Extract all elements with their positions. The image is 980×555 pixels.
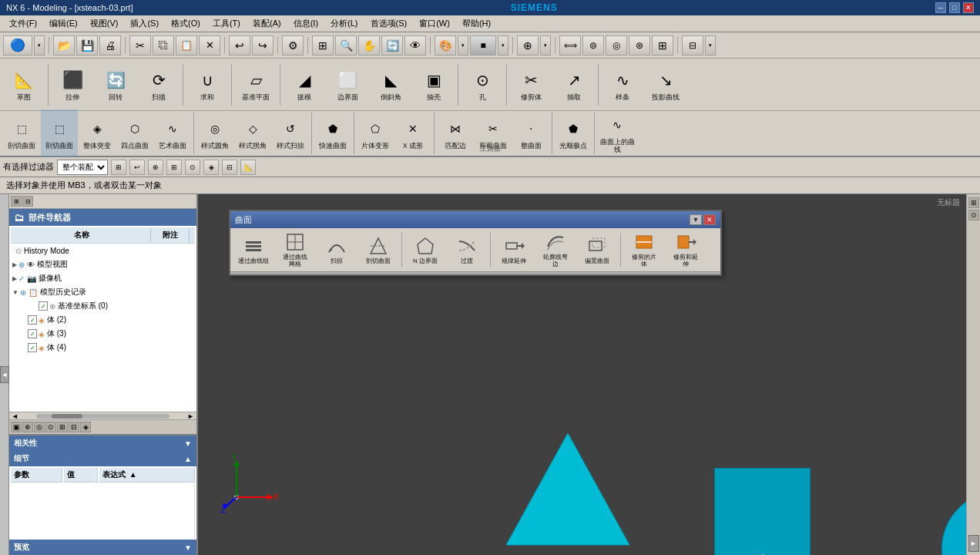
relevance-toggle[interactable]: ▼: [184, 439, 192, 448]
tb3-shimym[interactable]: ◎ 样式圆角: [196, 109, 233, 157]
menu-window[interactable]: 窗口(W): [413, 16, 456, 31]
tb2-kong[interactable]: ⊙ 孔: [461, 61, 503, 109]
tree-row-history-mode[interactable]: ⊙ History Mode: [11, 244, 195, 257]
tb-render-dropdown[interactable]: ▾: [458, 35, 468, 56]
ft-xiujianhe[interactable]: 修剪和延伸: [666, 231, 706, 268]
tb-layer-button[interactable]: ⊟: [682, 35, 703, 56]
tb-layer-dropdown[interactable]: ▾: [705, 35, 716, 56]
ft-pianzhicm[interactable]: 偏置曲面: [577, 231, 617, 268]
tree-row-camera[interactable]: ▶ ✓ 📷 摄像机: [11, 271, 195, 285]
tb-shade-dropdown[interactable]: ▾: [498, 35, 508, 56]
menu-assembly[interactable]: 装配(A): [247, 16, 287, 31]
tb3-pianzhuanbia[interactable]: ⬠ 片体变形: [357, 109, 394, 157]
tb-fit-button[interactable]: ⊞: [312, 35, 334, 56]
tb-measure3-button[interactable]: ◎: [606, 35, 627, 56]
tb-paste-button[interactable]: 📋: [176, 35, 197, 56]
tb2-chutou[interactable]: ↗ 抽取: [553, 61, 595, 109]
tb-render-button[interactable]: 🎨: [435, 35, 456, 56]
tb2-yangmu[interactable]: ∿ 样条: [602, 61, 643, 109]
tb2-qiuhe[interactable]: ∪ 求和: [186, 61, 228, 109]
ft-n-bianyuan[interactable]: N 边界面: [405, 231, 445, 268]
left-sidebar-icon-5[interactable]: ⊞: [57, 422, 68, 432]
left-sidebar-icon-3[interactable]: ◎: [34, 422, 45, 432]
filter-misc2-button[interactable]: ◈: [203, 160, 219, 175]
tb3-zhengcm[interactable]: ⬞ 整曲面: [512, 109, 549, 157]
tree-row-coord[interactable]: ✓ ⊕ 基准坐标系 (0): [11, 299, 195, 313]
tb-rotate-button[interactable]: 🔄: [381, 35, 403, 56]
tb-redo-button[interactable]: ↪: [252, 35, 274, 56]
tb2-saomiao[interactable]: ⟳ 扫描: [138, 61, 180, 109]
tb-measure2-button[interactable]: ⊚: [582, 35, 604, 56]
ft-dropdown-btn[interactable]: ▼: [690, 214, 702, 225]
tb3-fengqum1[interactable]: ⬚ 剖切曲面: [3, 109, 40, 157]
menu-help[interactable]: 帮助(H): [456, 16, 497, 31]
tb-undo-button[interactable]: ↩: [229, 35, 250, 56]
viewport[interactable]: 无标题: [198, 194, 966, 555]
tb3-guanghuandian[interactable]: ⬟ 光顺极点: [555, 109, 592, 157]
tb-print-button[interactable]: 🖨: [99, 35, 121, 56]
scroll-thumb[interactable]: [52, 414, 82, 419]
filter-misc-button[interactable]: ⊙: [185, 160, 200, 175]
left-sidebar-icon-6[interactable]: ⊟: [69, 422, 79, 432]
tb-shade-button[interactable]: ■: [470, 35, 496, 56]
tree-scrollbar[interactable]: ◄ ►: [9, 412, 196, 419]
tb2-jizhupin[interactable]: ▱ 基准平面: [235, 61, 277, 109]
restore-button[interactable]: □: [949, 2, 960, 13]
tb2-chou[interactable]: ▣ 抽壳: [413, 61, 455, 109]
left-sidebar-icon-7[interactable]: ◈: [80, 422, 91, 432]
tb2-caotu[interactable]: 📐 草图: [3, 61, 45, 109]
tb3-zhengtuyb[interactable]: ◈ 整体突变: [79, 109, 116, 157]
tb-pan-button[interactable]: ✋: [358, 35, 380, 56]
menu-file[interactable]: 文件(F): [3, 16, 43, 31]
tb-copy-button[interactable]: ⿻: [153, 35, 174, 56]
tree-row-body3[interactable]: ✓ ◈ 体 (3): [11, 327, 195, 341]
menu-tools[interactable]: 工具(T): [206, 16, 247, 31]
ft-tongguo-zuhe[interactable]: 通过曲线组: [233, 231, 274, 268]
tb-open-button[interactable]: 📂: [53, 35, 75, 56]
preview-toggle[interactable]: ▼: [184, 543, 192, 552]
tb3-qumianshang[interactable]: ∿ 曲面上的曲线: [597, 109, 637, 157]
filter-settings-button[interactable]: ⊕: [148, 160, 163, 175]
tb2-bianyuan[interactable]: ⬜ 边界面: [327, 61, 368, 109]
left-expand-button[interactable]: ◄: [0, 366, 9, 383]
tree-row-body2[interactable]: ✓ ◈ 体 (2): [11, 313, 195, 327]
ft-tongguo-wangluo[interactable]: 通过曲线网格: [275, 231, 315, 268]
ft-saomiao2[interactable]: 扫掠: [317, 231, 357, 268]
tb3-shimytj[interactable]: ◇ 样式拐角: [234, 109, 271, 157]
details-toggle[interactable]: ▲: [184, 455, 192, 463]
scroll-left[interactable]: ◄: [9, 412, 21, 420]
scroll-right[interactable]: ►: [185, 412, 196, 420]
tb2-huizhuan[interactable]: 🔄 回转: [95, 61, 136, 109]
tb3-shimytf[interactable]: ↺ 样式扫掠: [272, 109, 309, 157]
ft-luokuobian[interactable]: 轮廓线弯边: [535, 231, 576, 268]
minimize-button[interactable]: ─: [935, 2, 946, 13]
tb2-xiutij[interactable]: ✂ 修剪体: [510, 61, 552, 109]
tb3-sidiandm[interactable]: ⬡ 四点曲面: [116, 109, 153, 157]
tb-measure4-button[interactable]: ⊛: [629, 35, 650, 56]
tb2-tiqu[interactable]: ◢ 拔模: [284, 61, 325, 109]
tb-mode-button[interactable]: ⚙: [282, 35, 304, 56]
menu-insert[interactable]: 插入(S): [124, 16, 165, 31]
ft-xiujianpiti[interactable]: 修剪的片体: [624, 231, 664, 268]
left-sidebar-icon-2[interactable]: ⊕: [22, 422, 33, 432]
tb-new-button[interactable]: 🔵: [3, 35, 32, 56]
tb3-pijiabian[interactable]: ⋈ 匹配边: [437, 109, 474, 157]
right-icon-1[interactable]: ⊞: [968, 197, 979, 208]
tb-save-button[interactable]: 💾: [76, 35, 98, 56]
menu-info[interactable]: 信息(I): [287, 16, 324, 31]
tb-view-button[interactable]: 👁: [404, 35, 426, 56]
menu-analysis[interactable]: 分析(L): [324, 16, 364, 31]
ft-guilvyanshen[interactable]: 规律延伸: [494, 231, 534, 268]
filter-reset-button[interactable]: ↩: [129, 160, 145, 175]
tb-measure-button[interactable]: ⟺: [559, 35, 581, 56]
floating-toolbar-header[interactable]: 曲面 ▼ ✕: [230, 211, 720, 228]
left-sidebar-icon-1[interactable]: ▣: [11, 422, 22, 432]
tree-row-model-history[interactable]: ▼ ⊕ 📋 模型历史记录: [11, 285, 195, 299]
tb3-kuaisucm[interactable]: ⬟ 快速曲面: [314, 109, 351, 157]
tb-snap-dropdown[interactable]: ▾: [540, 35, 551, 56]
tb-cut-button[interactable]: ✂: [129, 35, 151, 56]
tb3-yishucm[interactable]: ∿ 艺术曲面: [154, 109, 191, 157]
tb-new-dropdown[interactable]: ▾: [34, 35, 45, 56]
filter-misc4-button[interactable]: 📐: [240, 160, 256, 175]
tb-snap-button[interactable]: ⊕: [517, 35, 539, 56]
